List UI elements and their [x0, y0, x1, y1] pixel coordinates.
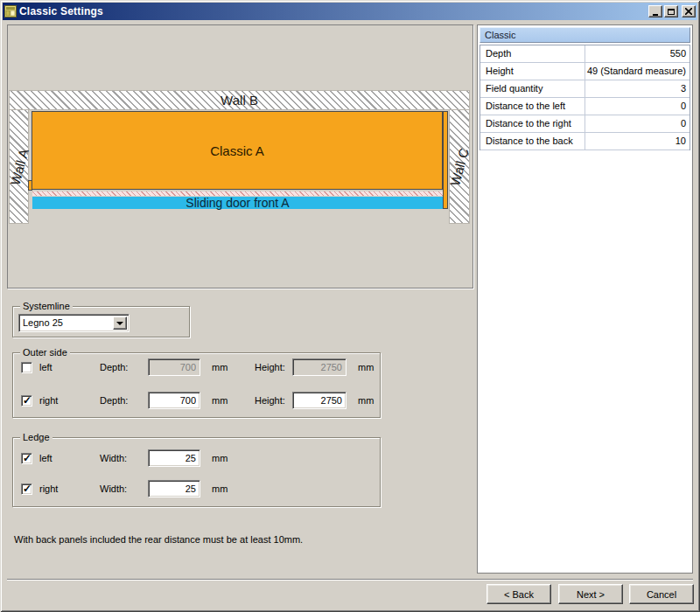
- right-ledge-strip: [443, 111, 448, 209]
- ledge-right-checkbox[interactable]: [21, 483, 32, 495]
- ledge-right-width-unit: mm: [212, 483, 228, 494]
- sliding-door-bar: Sliding door front A: [32, 197, 443, 209]
- property-label: Height: [480, 63, 585, 80]
- property-label: Distance to the right: [480, 115, 585, 133]
- property-value: 550: [585, 45, 690, 63]
- dialog-window: Classic Settings Wall B Wall A Wall C Cl…: [0, 0, 700, 612]
- ledge-right-width-input[interactable]: [148, 480, 200, 497]
- outer-left-checkbox[interactable]: [21, 362, 32, 373]
- minimize-button[interactable]: [648, 5, 662, 17]
- ledge-left-width-input[interactable]: [148, 449, 200, 467]
- minimize-icon: [653, 14, 658, 16]
- property-value: 3: [585, 80, 690, 98]
- cabinet-label: Classic A: [210, 143, 264, 158]
- cabinet-area: Classic A: [32, 111, 443, 190]
- outer-left-checkbox-label: left: [39, 362, 52, 372]
- wall-b: Wall B: [9, 90, 470, 110]
- maximize-button[interactable]: [664, 5, 678, 17]
- ledge-left-checkbox[interactable]: [21, 453, 32, 464]
- systemline-selected-value: Legno 25: [23, 317, 63, 328]
- footer-separator: [7, 579, 693, 581]
- outer-right-checkbox-label: right: [39, 395, 58, 406]
- outer-right-height-unit: mm: [358, 395, 374, 406]
- outer-right-depth-label: Depth:: [100, 395, 128, 406]
- property-label: Depth: [480, 45, 585, 63]
- outer-side-group-title: Outer side: [20, 347, 70, 358]
- outer-left-depth-input: [148, 358, 200, 376]
- ledge-left-checkbox-label: left: [39, 453, 52, 463]
- wall-a: Wall A: [9, 109, 29, 224]
- table-row: Depth 550: [480, 45, 690, 63]
- back-button[interactable]: < Back: [486, 584, 551, 604]
- wall-c: Wall C: [449, 109, 470, 224]
- property-value: 10: [585, 133, 690, 150]
- outer-right-depth-unit: mm: [212, 395, 228, 406]
- systemline-combobox[interactable]: Legno 25: [18, 314, 130, 332]
- table-row: Distance to the left 0: [480, 98, 690, 115]
- ledge-group-title: Ledge: [20, 432, 52, 442]
- property-label: Distance to the left: [480, 98, 585, 115]
- title-bar: Classic Settings: [3, 3, 697, 20]
- chevron-down-icon: [116, 322, 123, 329]
- app-icon: [4, 5, 17, 17]
- next-button[interactable]: Next >: [558, 584, 623, 604]
- table-row: Field quantity 3: [480, 80, 690, 98]
- cancel-button[interactable]: Cancel: [629, 584, 694, 604]
- outer-left-height-input: [292, 358, 346, 376]
- outer-right-depth-input[interactable]: [148, 392, 200, 409]
- close-button[interactable]: [682, 5, 696, 17]
- outer-left-depth-unit: mm: [212, 362, 228, 372]
- property-label: Distance to the back: [480, 133, 585, 150]
- property-value: 49 (Standard measure): [585, 63, 690, 80]
- ledge-group: Ledge left Width: mm right Width: mm: [12, 437, 381, 507]
- wall-c-label: Wall C: [447, 146, 472, 187]
- ledge-left-width-label: Width:: [100, 453, 127, 463]
- outer-right-height-input[interactable]: [292, 392, 346, 409]
- properties-header: Classic: [480, 27, 690, 43]
- wall-b-label: Wall B: [220, 93, 258, 108]
- window-title: Classic Settings: [19, 5, 103, 17]
- table-row: Distance to the back 10: [480, 133, 690, 150]
- table-row: Distance to the right 0: [480, 115, 690, 133]
- systemline-dropdown-button[interactable]: [113, 316, 127, 330]
- outer-side-group: Outer side left Depth: mm Height: mm rig…: [12, 352, 381, 418]
- sliding-door-label: Sliding door front A: [186, 197, 289, 209]
- ledge-left-width-unit: mm: [212, 453, 228, 463]
- rear-distance-note: With back panels included the rear dista…: [14, 534, 303, 545]
- close-icon: [685, 8, 692, 15]
- ledge-right-width-label: Width:: [100, 483, 127, 494]
- layout-preview-panel: Wall B Wall A Wall C Classic A Sliding d…: [7, 24, 473, 289]
- outer-left-height-label: Height:: [255, 362, 285, 372]
- ledge-right-checkbox-label: right: [39, 483, 58, 494]
- outer-left-height-unit: mm: [358, 362, 374, 372]
- property-value: 0: [585, 98, 690, 115]
- left-ledge-tab: [28, 180, 32, 191]
- systemline-group-title: Systemline: [20, 301, 73, 311]
- systemline-group: Systemline Legno 25: [12, 306, 190, 337]
- properties-table: Depth 550 Height 49 (Standard measure) F…: [480, 45, 690, 150]
- outer-left-depth-label: Depth:: [100, 362, 128, 372]
- property-label: Field quantity: [480, 80, 585, 98]
- property-value: 0: [585, 115, 690, 133]
- maximize-icon: [668, 9, 675, 15]
- outer-right-checkbox[interactable]: [21, 395, 32, 407]
- properties-panel: Classic Depth 550 Height 49 (Standard me…: [477, 24, 693, 574]
- table-row: Height 49 (Standard measure): [480, 63, 690, 80]
- outer-right-height-label: Height:: [255, 395, 285, 406]
